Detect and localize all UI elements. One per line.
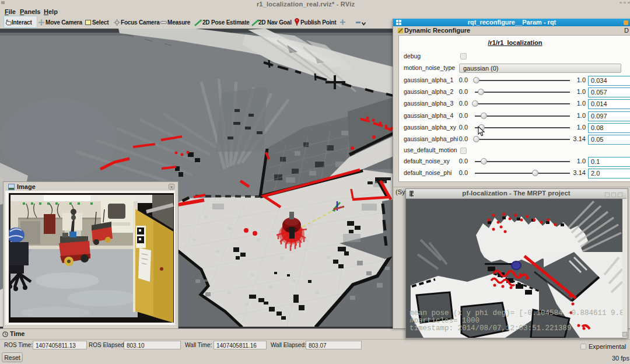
svg-text:timestamp: 2014/08/07,12:03:51: timestamp: 2014/08/07,12:03:51.221389: [410, 324, 572, 332]
svg-text:#particles= 1000: #particles= 1000: [410, 317, 480, 325]
svg-text:mean pose (x y phi deg)= [-0.1: mean pose (x y phi deg)= [-0.104584 -0.8…: [410, 309, 622, 317]
